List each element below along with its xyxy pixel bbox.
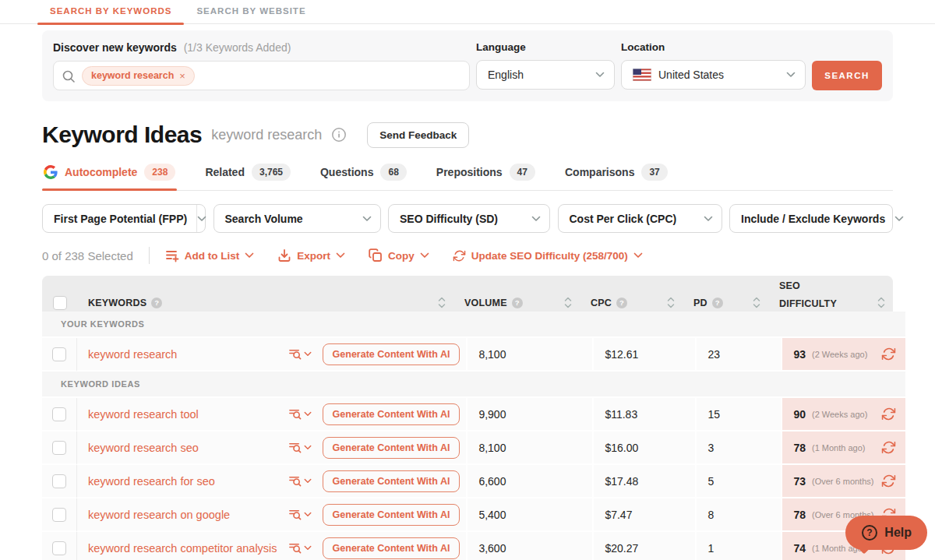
tab-count-badge: 3,765 [252,164,291,181]
serp-list-search-icon [288,541,302,555]
send-feedback-button[interactable]: Send Feedback [367,122,469,148]
refresh-sd-icon[interactable] [881,474,896,488]
export-icon [277,248,291,262]
filter-search-volume[interactable]: Search Volume [213,204,381,233]
cpc-cell: $7.47 [592,498,695,532]
tab-related[interactable]: Related 3,765 [203,159,292,190]
chevron-down-icon [304,411,312,417]
select-all-checkbox[interactable] [53,296,67,310]
sort-icon[interactable] [438,297,446,308]
tab-count-badge: 37 [641,164,667,181]
sd-value: 78 [793,442,806,454]
chevron-down-icon [304,351,312,357]
location-select[interactable]: United States [621,60,806,90]
tab-prepositions[interactable]: Prepositions 47 [435,159,537,190]
add-to-list-button[interactable]: Add to List [165,248,255,262]
sort-icon[interactable] [753,297,760,308]
sort-icon[interactable] [877,297,885,308]
generate-content-button[interactable]: Generate Content With AI [323,437,460,459]
cpc-cell: $20.27 [592,532,695,560]
filter-first-page-potential[interactable]: First Page Potential (FPP) [42,204,206,233]
tab-label: Related [205,166,245,178]
tab-comparisons[interactable]: Comparisons 37 [563,159,669,190]
remove-keyword-icon[interactable]: × [179,70,185,82]
keyword-cell: keyword research for seo Generate Conten… [77,465,466,498]
filter-seo-difficulty[interactable]: SEO Difficulty (SD) [388,204,550,233]
sd-value: 73 [793,475,806,488]
tab-search-by-website[interactable]: SEARCH BY WEBSITE [184,0,318,23]
keyword-link[interactable]: keyword research tool [88,408,277,421]
page-subtitle: keyword research [211,127,322,143]
search-button[interactable]: SEARCH [812,61,882,90]
refresh-sd-icon[interactable] [881,440,896,455]
section-label: KEYWORD IDEAS [61,379,140,389]
tab-autocomplete[interactable]: Autocomplete 238 [42,159,177,190]
tab-questions[interactable]: Questions 68 [319,159,408,190]
filter-label: Search Volume [214,213,354,225]
row-checkbox[interactable] [52,541,66,555]
generate-content-button[interactable]: Generate Content With AI [323,504,460,526]
table-body: YOUR KEYWORDS keyword research Generate … [42,312,893,560]
table-header: KEYWORDS ? VOLUME ? CPC ? PD ? [42,276,893,312]
location-label: Location [621,41,806,53]
chevron-down-icon [595,72,605,78]
serp-preview-dropdown[interactable] [288,347,312,361]
sort-icon[interactable] [667,297,675,308]
serp-preview-dropdown[interactable] [288,441,312,454]
help-button[interactable]: Help [845,516,927,550]
copy-button[interactable]: Copy [369,248,429,262]
serp-preview-dropdown[interactable] [288,407,312,421]
sd-age: (2 Weeks ago) [812,410,867,419]
section-label: YOUR KEYWORDS [61,319,144,329]
page-title: Keyword Ideas [42,122,202,148]
question-circle-icon [861,524,878,541]
table-section-row: KEYWORD IDEAS [42,372,905,398]
tab-label: Comparisons [565,166,634,178]
filter-label: First Page Potential (FPP) [43,213,196,225]
keyword-link[interactable]: keyword research seo [88,442,277,454]
generate-content-button[interactable]: Generate Content With AI [323,403,460,425]
serp-list-search-icon [288,508,302,521]
tab-label: Questions [320,166,373,178]
pd-cell: 8 [695,498,781,532]
sort-icon[interactable] [564,297,572,308]
update-seo-difficulty-button[interactable]: Update SEO Difficulty (258/700) [453,248,643,262]
row-checkbox[interactable] [52,508,66,522]
generate-content-button[interactable]: Generate Content With AI [323,343,460,365]
row-checkbox[interactable] [52,347,66,361]
language-select[interactable]: English [476,60,615,90]
tab-label: Prepositions [436,166,503,178]
generate-content-button[interactable]: Generate Content With AI [323,537,460,559]
generate-content-button[interactable]: Generate Content With AI [323,470,460,492]
row-checkbox[interactable] [52,407,66,421]
row-checkbox[interactable] [52,474,66,488]
filter-label: SEO Difficulty (SD) [389,213,523,225]
info-icon[interactable] [331,127,347,143]
keyword-link[interactable]: keyword research for seo [88,475,277,488]
keyword-search-input[interactable]: keyword research × [53,61,470,90]
export-button[interactable]: Export [277,248,345,262]
volume-cell: 5,400 [466,498,592,532]
filter-include-exclude[interactable]: Include / Exclude Keywords [729,204,893,233]
chevron-down-icon [362,216,372,222]
sd-value: 78 [793,509,806,521]
seo-difficulty-cell: 73 (Over 6 months) [781,465,905,498]
keywords-table: KEYWORDS ? VOLUME ? CPC ? PD ? [42,276,893,560]
copy-icon [369,248,383,262]
language-label: Language [476,41,615,53]
volume-cell: 9,900 [466,398,592,431]
serp-preview-dropdown[interactable] [288,474,312,488]
serp-preview-dropdown[interactable] [288,508,312,521]
keyword-link[interactable]: keyword research on google [88,509,277,521]
refresh-sd-icon[interactable] [881,407,896,421]
tab-search-by-keywords[interactable]: SEARCH BY KEYWORDS [37,0,184,23]
help-label: Help [884,526,912,540]
row-checkbox[interactable] [52,441,66,455]
serp-preview-dropdown[interactable] [288,541,312,555]
column-label: KEYWORDS [88,298,146,308]
keyword-link[interactable]: keyword research competitor analysis [88,542,277,555]
keyword-link[interactable]: keyword research [88,348,277,361]
refresh-sd-icon[interactable] [881,347,896,361]
chevron-down-icon [304,512,312,517]
filter-cost-per-click[interactable]: Cost Per Click (CPC) [558,204,722,233]
